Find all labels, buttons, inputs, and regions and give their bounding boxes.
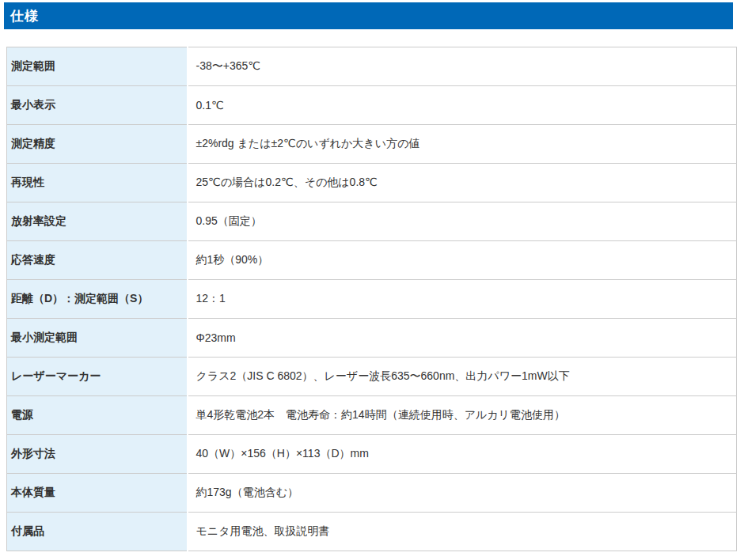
spec-row-response-speed: 応答速度 約1秒（90%） — [7, 241, 737, 280]
spec-label: 放射率設定 — [7, 202, 188, 241]
spec-row-accessories: 付属品 モニタ用電池、取扱説明書 — [7, 513, 737, 551]
spec-label: 最小測定範囲 — [7, 319, 188, 358]
spec-label: 測定範囲 — [7, 47, 188, 86]
spec-value: 0.1℃ — [188, 86, 737, 125]
spec-label: 外形寸法 — [7, 435, 188, 474]
spec-label: 付属品 — [7, 513, 188, 551]
spec-value: 0.95（固定） — [188, 202, 737, 241]
spec-label: 距離（D）：測定範囲（S） — [7, 280, 188, 319]
spec-row-dimensions: 外形寸法 40（W）×156（H）×113（D）mm — [7, 435, 737, 474]
spec-value: モニタ用電池、取扱説明書 — [188, 513, 737, 551]
spec-value: 25℃の場合は0.2℃、その他は0.8℃ — [188, 164, 737, 202]
spec-row-weight: 本体質量 約173g（電池含む） — [7, 474, 737, 513]
spec-label: 応答速度 — [7, 241, 188, 280]
spec-value: 約173g（電池含む） — [188, 474, 737, 513]
spec-row-emissivity: 放射率設定 0.95（固定） — [7, 202, 737, 241]
spec-value: 12：1 — [188, 280, 737, 319]
spec-label: 再現性 — [7, 164, 188, 202]
spec-row-distance-ratio: 距離（D）：測定範囲（S） 12：1 — [7, 280, 737, 319]
spec-label: 電源 — [7, 396, 188, 435]
spec-label: レーザーマーカー — [7, 358, 188, 396]
section-header: 仕様 — [4, 2, 733, 29]
spec-page: 仕様 測定範囲 -38〜+365℃ 最小表示 0.1℃ 測定精度 ±2%rdg … — [0, 0, 744, 560]
spec-table: 測定範囲 -38〜+365℃ 最小表示 0.1℃ 測定精度 ±2%rdg または… — [6, 47, 737, 551]
spec-row-minimum-display: 最小表示 0.1℃ — [7, 86, 737, 125]
spec-value: 約1秒（90%） — [188, 241, 737, 280]
spec-row-laser-marker: レーザーマーカー クラス2（JIS C 6802）、レーザー波長635〜660n… — [7, 358, 737, 396]
spec-value: 40（W）×156（H）×113（D）mm — [188, 435, 737, 474]
section-title: 仕様 — [4, 7, 39, 25]
spec-value: -38〜+365℃ — [188, 47, 737, 86]
spec-row-measurement-range: 測定範囲 -38〜+365℃ — [7, 47, 737, 86]
spec-table-body: 測定範囲 -38〜+365℃ 最小表示 0.1℃ 測定精度 ±2%rdg または… — [7, 47, 737, 551]
spec-row-accuracy: 測定精度 ±2%rdg または±2℃のいずれか大きい方の値 — [7, 125, 737, 164]
spec-row-power-source: 電源 単4形乾電池2本 電池寿命：約14時間（連続使用時、アルカリ電池使用） — [7, 396, 737, 435]
spec-label: 本体質量 — [7, 474, 188, 513]
spec-row-repeatability: 再現性 25℃の場合は0.2℃、その他は0.8℃ — [7, 164, 737, 202]
spec-value: 単4形乾電池2本 電池寿命：約14時間（連続使用時、アルカリ電池使用） — [188, 396, 737, 435]
spec-value: ±2%rdg または±2℃のいずれか大きい方の値 — [188, 125, 737, 164]
spec-value: Φ23mm — [188, 319, 737, 358]
spec-row-minimum-measurement-area: 最小測定範囲 Φ23mm — [7, 319, 737, 358]
spec-label: 測定精度 — [7, 125, 188, 164]
spec-value: クラス2（JIS C 6802）、レーザー波長635〜660nm、出力パワー1m… — [188, 358, 737, 396]
spec-label: 最小表示 — [7, 86, 188, 125]
